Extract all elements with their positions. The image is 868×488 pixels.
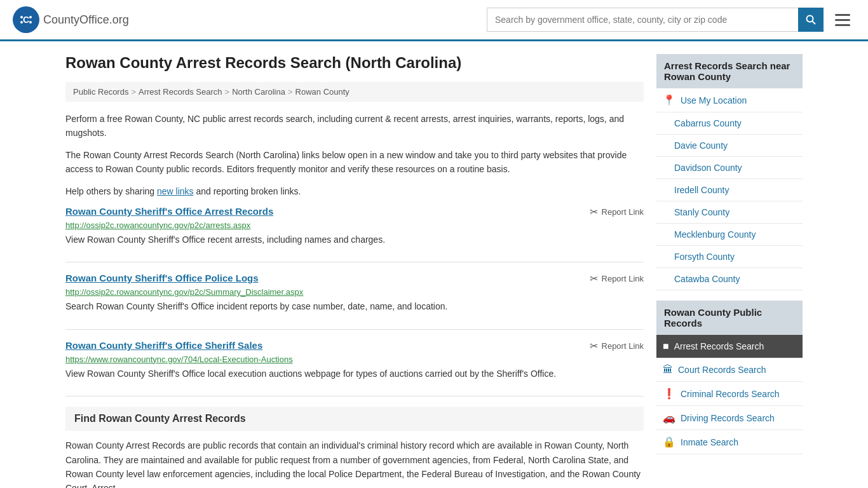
record-url[interactable]: https://www.rowancountync.gov/704/Local-… bbox=[65, 355, 644, 364]
report-label: Report Link bbox=[602, 341, 644, 351]
sidebar-nearby-link[interactable]: Stanly County bbox=[656, 201, 803, 223]
sidebar-nearby-label: Davidson County bbox=[674, 163, 742, 173]
sidebar-nearby-link[interactable]: Iredell County bbox=[656, 179, 803, 201]
record-type-icon: ❗ bbox=[663, 388, 675, 400]
svg-line-7 bbox=[813, 22, 816, 25]
find-section-title: Find Rowan County Arrest Records bbox=[74, 413, 635, 424]
sidebar-nearby-item: Stanly County bbox=[656, 201, 803, 224]
menu-button[interactable] bbox=[830, 11, 855, 29]
sidebar-records-link[interactable]: ❗ Criminal Records Search bbox=[656, 382, 803, 405]
sidebar-nearby-item: Catawba County bbox=[656, 268, 803, 290]
sidebar-nearby-link[interactable]: Mecklenburg County bbox=[656, 224, 803, 245]
record-card: Rowan County Sheriff's Office Police Log… bbox=[65, 273, 644, 313]
sidebar-records-link[interactable]: 🔒 Inmate Search bbox=[656, 430, 803, 454]
sidebar-records-label: Inmate Search bbox=[681, 437, 738, 447]
logo-link[interactable]: C CountyOffice.org bbox=[13, 6, 129, 33]
sidebar-records-label: Arrest Records Search bbox=[674, 341, 764, 351]
record-type-icon: 🚗 bbox=[663, 412, 675, 424]
new-links-link[interactable]: new links bbox=[157, 186, 194, 196]
sidebar-nearby-label: Iredell County bbox=[674, 185, 729, 195]
svg-point-4 bbox=[20, 21, 23, 24]
nearby-list: 📍 Use My Location Cabarrus County Davie … bbox=[656, 88, 803, 290]
sidebar-nearby-link[interactable]: Davidson County bbox=[656, 157, 803, 179]
record-url[interactable]: http://ossip2c.rowancountync.gov/p2c/Sum… bbox=[65, 287, 644, 297]
sidebar-records-link[interactable]: ■ Arrest Records Search bbox=[656, 335, 803, 358]
svg-point-3 bbox=[29, 16, 32, 18]
sidebar-records-label: Criminal Records Search bbox=[681, 389, 780, 399]
content-area: Rowan County Arrest Records Search (Nort… bbox=[65, 54, 644, 488]
sidebar-records-item: 🏛 Court Records Search bbox=[656, 358, 803, 382]
sidebar-nearby-link[interactable]: Forsyth County bbox=[656, 246, 803, 268]
svg-point-5 bbox=[29, 21, 32, 24]
sidebar-nearby-label: Catawba County bbox=[674, 274, 740, 284]
sidebar-nearby-label: Cabarrus County bbox=[674, 118, 742, 128]
sidebar-nearby-label: Davie County bbox=[674, 140, 728, 151]
record-desc: Search Rowan County Sheriff's Office inc… bbox=[65, 299, 644, 313]
sidebar-records-item: 🔒 Inmate Search bbox=[656, 430, 803, 454]
sidebar-nearby-label: Use My Location bbox=[681, 95, 747, 105]
report-link[interactable]: ✂ Report Link bbox=[590, 206, 644, 218]
logo-text: CountyOffice.org bbox=[43, 13, 129, 27]
site-header: C CountyOffice.org bbox=[0, 0, 868, 41]
sidebar-nearby-item: Mecklenburg County bbox=[656, 224, 803, 246]
report-label: Report Link bbox=[602, 207, 644, 217]
sidebar-nearby-item: Forsyth County bbox=[656, 246, 803, 268]
sidebar-records-item: ■ Arrest Records Search bbox=[656, 335, 803, 358]
sidebar-nearby-link[interactable]: 📍 Use My Location bbox=[656, 88, 803, 112]
sidebar-nearby-item: 📍 Use My Location bbox=[656, 88, 803, 112]
sidebar-nearby-label: Stanly County bbox=[674, 207, 729, 217]
sidebar-nearby-item: Iredell County bbox=[656, 179, 803, 201]
breadcrumb-arrest-records[interactable]: Arrest Records Search bbox=[139, 87, 222, 97]
record-type-icon: 🔒 bbox=[663, 436, 675, 448]
sidebar: Arrest Records Search near Rowan County … bbox=[656, 54, 803, 488]
record-desc: View Rowan County Sheriff's Office recen… bbox=[65, 233, 644, 247]
record-card: Rowan County Sheriff's Office Sheriff Sa… bbox=[65, 340, 644, 381]
breadcrumb-public-records[interactable]: Public Records bbox=[73, 87, 128, 97]
sidebar-records-label: Driving Records Search bbox=[681, 413, 775, 423]
record-desc: View Rowan County Sheriff's Office local… bbox=[65, 367, 644, 381]
logo-icon: C bbox=[13, 6, 39, 33]
description-3: Help others by sharing new links and rep… bbox=[65, 184, 644, 198]
search-input[interactable] bbox=[487, 8, 798, 32]
sidebar-nearby-item: Davie County bbox=[656, 135, 803, 157]
report-icon: ✂ bbox=[590, 206, 598, 218]
breadcrumb-rowan-county[interactable]: Rowan County bbox=[295, 87, 349, 97]
record-title[interactable]: Rowan County Sheriff's Office Sheriff Sa… bbox=[65, 340, 262, 351]
report-icon: ✂ bbox=[590, 340, 598, 352]
find-section: Find Rowan County Arrest Records bbox=[65, 407, 644, 431]
report-icon: ✂ bbox=[590, 273, 598, 285]
records-title: Rowan County Public Records bbox=[656, 301, 803, 335]
record-card: Rowan County Sheriff's Office Arrest Rec… bbox=[65, 206, 644, 247]
sidebar-nearby-item: Cabarrus County bbox=[656, 112, 803, 135]
search-container bbox=[487, 8, 855, 32]
sidebar-nearby-link[interactable]: Catawba County bbox=[656, 268, 803, 290]
record-cards: Rowan County Sheriff's Office Arrest Rec… bbox=[65, 206, 644, 381]
svg-text:C: C bbox=[23, 15, 29, 25]
sidebar-nearby-label: Forsyth County bbox=[674, 252, 735, 262]
sidebar-nearby-link[interactable]: Cabarrus County bbox=[656, 112, 803, 134]
main-container: Rowan County Arrest Records Search (Nort… bbox=[53, 41, 815, 488]
record-url[interactable]: http://ossip2c.rowancountync.gov/p2c/arr… bbox=[65, 220, 644, 230]
record-title[interactable]: Rowan County Sheriff's Office Arrest Rec… bbox=[65, 206, 273, 217]
svg-point-2 bbox=[20, 16, 23, 18]
report-link[interactable]: ✂ Report Link bbox=[590, 340, 644, 352]
search-button[interactable] bbox=[798, 8, 824, 32]
sidebar-records-label: Court Records Search bbox=[678, 365, 766, 375]
find-section-body: Rowan County Arrest Records are public r… bbox=[65, 438, 644, 488]
description-1: Perform a free Rowan County, NC public a… bbox=[65, 112, 644, 140]
description-2: The Rowan County Arrest Records Search (… bbox=[65, 148, 644, 177]
records-list: ■ Arrest Records Search 🏛 Court Records … bbox=[656, 335, 803, 454]
sidebar-nearby-item: Davidson County bbox=[656, 157, 803, 179]
sidebar-nearby-label: Mecklenburg County bbox=[674, 229, 756, 240]
report-link[interactable]: ✂ Report Link bbox=[590, 273, 644, 285]
sidebar-records-link[interactable]: 🏛 Court Records Search bbox=[656, 358, 803, 381]
sidebar-records-item: ❗ Criminal Records Search bbox=[656, 382, 803, 406]
report-label: Report Link bbox=[602, 274, 644, 283]
sidebar-nearby-link[interactable]: Davie County bbox=[656, 135, 803, 156]
sidebar-records-link[interactable]: 🚗 Driving Records Search bbox=[656, 406, 803, 430]
breadcrumb-north-carolina[interactable]: North Carolina bbox=[232, 87, 285, 97]
record-title[interactable]: Rowan County Sheriff's Office Police Log… bbox=[65, 273, 259, 283]
breadcrumb: Public Records > Arrest Records Search >… bbox=[65, 82, 644, 102]
record-type-icon: 🏛 bbox=[663, 364, 673, 376]
page-title: Rowan County Arrest Records Search (Nort… bbox=[65, 54, 644, 72]
